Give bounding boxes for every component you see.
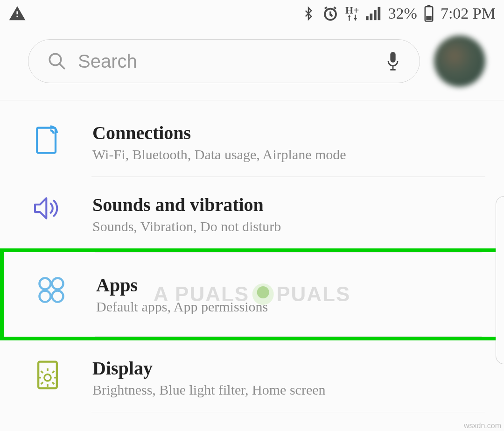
settings-item-connections[interactable]: Connections Wi-Fi, Bluetooth, Data usage… — [0, 105, 504, 177]
svg-rect-6 — [427, 5, 431, 7]
svg-line-25 — [52, 371, 54, 373]
item-title: Apps — [96, 274, 482, 296]
svg-line-9 — [59, 64, 64, 69]
svg-rect-3 — [374, 10, 377, 20]
svg-line-27 — [52, 382, 54, 384]
status-bar: H+ 32% 7:02 PM — [0, 0, 504, 27]
divider — [95, 336, 482, 337]
connections-icon — [34, 124, 61, 157]
apps-icon — [37, 276, 65, 306]
svg-rect-1 — [366, 16, 369, 21]
warning-icon — [8, 5, 26, 22]
bluetooth-icon — [301, 5, 315, 22]
settings-item-sounds[interactable]: Sounds and vibration Sounds, Vibration, … — [0, 177, 504, 248]
item-title: Display — [92, 357, 485, 379]
item-title: Wallpapers and themes — [92, 429, 485, 431]
edge-panel-handle[interactable] — [496, 196, 504, 364]
mic-icon[interactable] — [385, 50, 401, 72]
display-icon — [34, 359, 61, 393]
settings-item-wallpapers[interactable]: Wallpapers and themes Wallpapers, Themes… — [0, 412, 504, 431]
svg-point-17 — [52, 291, 63, 302]
settings-item-apps[interactable]: Apps Default apps, App permissions — [4, 253, 500, 336]
svg-point-19 — [44, 374, 51, 381]
svg-point-16 — [40, 291, 51, 302]
data-network-icon: H+ — [345, 6, 359, 21]
settings-item-display[interactable]: Display Brightness, Blue light filter, H… — [0, 340, 504, 412]
signal-icon — [366, 7, 382, 21]
search-placeholder: Search — [78, 51, 374, 72]
watermark-corner: wsxdn.com — [464, 422, 501, 430]
svg-line-26 — [41, 382, 43, 384]
item-title: Sounds and vibration — [92, 194, 485, 216]
svg-rect-7 — [426, 16, 431, 20]
svg-point-14 — [40, 278, 51, 290]
svg-line-24 — [41, 371, 43, 373]
sound-icon — [32, 196, 63, 223]
search-row: Search — [0, 27, 504, 100]
item-subtitle: Wi-Fi, Bluetooth, Data usage, Airplane m… — [92, 147, 485, 163]
alarm-icon — [322, 5, 339, 22]
svg-rect-4 — [378, 7, 380, 20]
settings-list: A PUALS PUALS Connections Wi-Fi, Bluetoo… — [0, 100, 504, 431]
battery-icon — [424, 5, 434, 22]
item-subtitle: Default apps, App permissions — [96, 299, 482, 315]
svg-rect-2 — [370, 14, 372, 20]
svg-point-15 — [52, 278, 63, 290]
battery-percent: 32% — [388, 5, 417, 22]
profile-avatar[interactable] — [434, 35, 485, 87]
item-title: Connections — [92, 122, 485, 144]
item-subtitle: Brightness, Blue light filter, Home scre… — [92, 382, 485, 398]
clock-time: 7:02 PM — [441, 5, 496, 22]
highlight-apps: Apps Default apps, App permissions — [0, 248, 504, 340]
search-icon — [47, 51, 67, 71]
svg-rect-10 — [390, 52, 395, 63]
item-subtitle: Sounds, Vibration, Do not disturb — [92, 219, 485, 234]
search-field[interactable]: Search — [28, 39, 420, 83]
